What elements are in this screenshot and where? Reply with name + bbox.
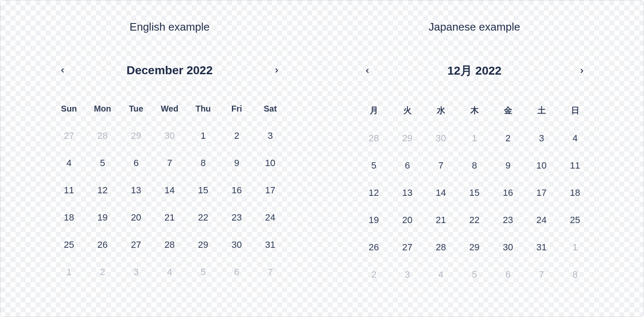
weekday-header: 土: [525, 101, 558, 125]
calendar-day[interactable]: 24: [525, 206, 558, 234]
calendar-day[interactable]: 13: [119, 177, 153, 204]
calendar-day[interactable]: 30: [220, 231, 254, 258]
calendar-day[interactable]: 27: [119, 231, 153, 258]
calendar-day[interactable]: 9: [220, 149, 254, 177]
next-month-button[interactable]: [269, 63, 284, 78]
calendar-day[interactable]: 22: [187, 204, 220, 231]
chevron-left-icon: [364, 68, 371, 74]
calendar-day[interactable]: 6: [220, 258, 254, 286]
calendar-day[interactable]: 7: [525, 261, 558, 288]
calendar-day[interactable]: 1: [52, 258, 86, 286]
calendar-day[interactable]: 5: [458, 261, 491, 288]
calendar-day[interactable]: 18: [52, 204, 86, 231]
calendar-day[interactable]: 28: [424, 234, 458, 261]
calendar-day[interactable]: 11: [558, 152, 592, 179]
calendar-day[interactable]: 3: [525, 125, 558, 152]
calendar-day[interactable]: 30: [424, 125, 458, 152]
calendar-day[interactable]: 13: [391, 179, 424, 206]
calendar-day[interactable]: 20: [391, 206, 424, 234]
calendar-title: December 2022: [127, 64, 213, 77]
calendar-day[interactable]: 1: [187, 122, 220, 149]
calendar-day[interactable]: 7: [424, 152, 458, 179]
calendars-container: English example December 2022 SunMonTueW…: [0, 0, 644, 317]
calendar-day[interactable]: 31: [525, 234, 558, 261]
prev-month-button[interactable]: [55, 63, 70, 78]
calendar-day[interactable]: 6: [119, 149, 153, 177]
calendar-day[interactable]: 11: [52, 177, 86, 204]
calendar-day[interactable]: 21: [153, 204, 187, 231]
weekday-header: 月: [357, 101, 391, 125]
calendar-day[interactable]: 3: [254, 122, 287, 149]
calendar-day[interactable]: 25: [52, 231, 86, 258]
calendar-day[interactable]: 14: [153, 177, 187, 204]
prev-month-button[interactable]: [360, 63, 375, 78]
calendar-day[interactable]: 31: [254, 231, 287, 258]
calendar-title: 12月 2022: [447, 63, 501, 79]
calendar-day[interactable]: 6: [391, 152, 424, 179]
calendar-day[interactable]: 26: [357, 234, 391, 261]
calendar-day[interactable]: 7: [153, 149, 187, 177]
calendar-day[interactable]: 22: [458, 206, 491, 234]
calendar-day[interactable]: 14: [424, 179, 458, 206]
calendar-day[interactable]: 12: [357, 179, 391, 206]
calendar-day[interactable]: 9: [491, 152, 525, 179]
calendar-day[interactable]: 6: [491, 261, 525, 288]
calendar-day[interactable]: 4: [153, 258, 187, 286]
calendar-day[interactable]: 23: [220, 204, 254, 231]
calendar-day[interactable]: 16: [491, 179, 525, 206]
calendar-day[interactable]: 5: [86, 149, 119, 177]
calendar-day[interactable]: 8: [458, 152, 491, 179]
calendar-day[interactable]: 10: [254, 149, 287, 177]
calendar-day[interactable]: 16: [220, 177, 254, 204]
calendar-day[interactable]: 30: [491, 234, 525, 261]
calendar-day[interactable]: 29: [119, 122, 153, 149]
calendar-day[interactable]: 15: [187, 177, 220, 204]
calendar-header: December 2022: [52, 63, 287, 78]
calendar-day[interactable]: 20: [119, 204, 153, 231]
calendar-day[interactable]: 3: [119, 258, 153, 286]
calendar-day[interactable]: 8: [558, 261, 592, 288]
calendar-day[interactable]: 29: [187, 231, 220, 258]
calendar-day[interactable]: 8: [187, 149, 220, 177]
calendar-day[interactable]: 27: [391, 234, 424, 261]
calendar-day[interactable]: 12: [86, 177, 119, 204]
calendar-day[interactable]: 28: [86, 122, 119, 149]
weekday-header: 水: [424, 101, 458, 125]
example-title-english: English example: [130, 21, 210, 34]
calendar-day[interactable]: 21: [424, 206, 458, 234]
calendar-day[interactable]: 4: [52, 149, 86, 177]
calendar-day[interactable]: 17: [254, 177, 287, 204]
calendar-day[interactable]: 19: [86, 204, 119, 231]
calendar-day[interactable]: 7: [254, 258, 287, 286]
calendar-panel-english: English example December 2022 SunMonTueW…: [34, 21, 305, 300]
calendar-day[interactable]: 5: [357, 152, 391, 179]
calendar-day[interactable]: 10: [525, 152, 558, 179]
calendar-day[interactable]: 24: [254, 204, 287, 231]
calendar-day[interactable]: 30: [153, 122, 187, 149]
calendar-day[interactable]: 23: [491, 206, 525, 234]
calendar-day[interactable]: 2: [357, 261, 391, 288]
calendar-day[interactable]: 29: [391, 125, 424, 152]
calendar-grid: SunMonTueWedThuFriSat2728293012345678910…: [52, 100, 287, 286]
calendar-day[interactable]: 28: [153, 231, 187, 258]
calendar-day[interactable]: 5: [187, 258, 220, 286]
calendar-day[interactable]: 1: [458, 125, 491, 152]
calendar-day[interactable]: 1: [558, 234, 592, 261]
calendar-day[interactable]: 2: [220, 122, 254, 149]
calendar-day[interactable]: 17: [525, 179, 558, 206]
calendar-day[interactable]: 2: [491, 125, 525, 152]
weekday-header: Sun: [52, 100, 86, 122]
calendar-day[interactable]: 15: [458, 179, 491, 206]
calendar-day[interactable]: 29: [458, 234, 491, 261]
calendar-day[interactable]: 4: [558, 125, 592, 152]
calendar-day[interactable]: 28: [357, 125, 391, 152]
calendar-day[interactable]: 27: [52, 122, 86, 149]
next-month-button[interactable]: [574, 63, 589, 78]
calendar-day[interactable]: 26: [86, 231, 119, 258]
calendar-day[interactable]: 25: [558, 206, 592, 234]
calendar-day[interactable]: 4: [424, 261, 458, 288]
calendar-day[interactable]: 19: [357, 206, 391, 234]
calendar-day[interactable]: 18: [558, 179, 592, 206]
calendar-day[interactable]: 2: [86, 258, 119, 286]
calendar-day[interactable]: 3: [391, 261, 424, 288]
